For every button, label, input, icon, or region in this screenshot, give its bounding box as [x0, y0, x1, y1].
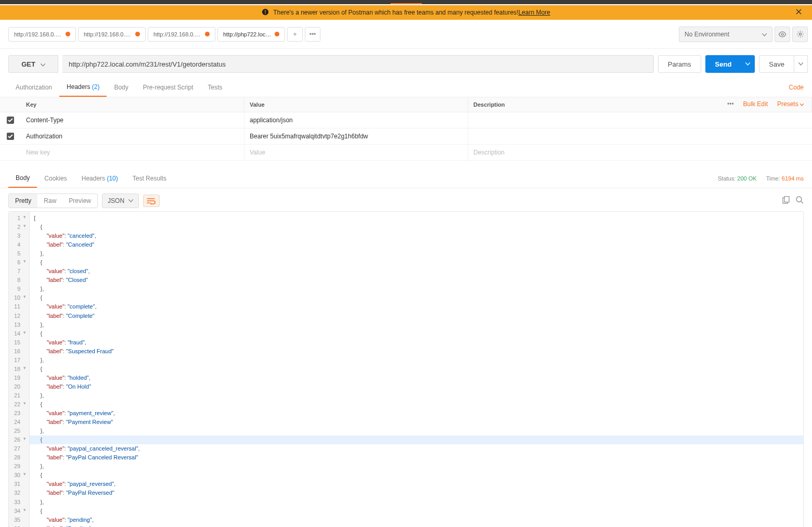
tab-label: http://php722.local.co [223, 31, 272, 37]
svg-rect-1 [265, 10, 266, 12]
tab-headers[interactable]: Headers (2) [59, 78, 107, 97]
send-dropdown[interactable] [741, 55, 755, 73]
code-link[interactable]: Code [789, 84, 804, 91]
env-preview-icon[interactable] [775, 27, 790, 42]
banner-link[interactable]: Learn More [518, 9, 550, 16]
request-tab[interactable]: http://192.168.0.52/ [148, 27, 215, 42]
row-checkbox[interactable] [7, 117, 14, 124]
kv-value-placeholder[interactable]: Value [244, 145, 468, 160]
kv-desc-cell[interactable] [468, 128, 812, 144]
presets-link[interactable]: Presets [777, 100, 804, 108]
request-tab[interactable]: http://192.168.0.52/de [8, 27, 76, 42]
tab-label: http://192.168.0.52/ [153, 31, 202, 37]
viewer-toolbar: Pretty Raw Preview JSON [0, 188, 812, 211]
chevron-down-icon [41, 60, 45, 68]
search-icon[interactable] [796, 196, 804, 205]
resp-tab-tests[interactable]: Test Results [125, 170, 174, 187]
tab-label: http://192.168.0.52/de [84, 31, 132, 37]
svg-point-4 [799, 33, 801, 35]
kv-row: AuthorizationBearer 5uix5mafrqwalqitdtvt… [0, 128, 812, 145]
kv-more-icon[interactable]: ••• [727, 100, 734, 108]
svg-rect-2 [265, 13, 266, 14]
params-button[interactable]: Params [658, 55, 701, 73]
settings-icon[interactable] [792, 27, 808, 42]
kv-row-new[interactable]: New key Value Description [0, 145, 812, 161]
kv-header-value: Value [244, 97, 468, 112]
warning-icon [262, 8, 273, 17]
request-tab[interactable]: http://php722.local.co [217, 27, 285, 42]
banner-text: There's a newer version of Postman which… [273, 9, 518, 16]
response-tabs: Body Cookies Headers (10) Test Results S… [0, 169, 812, 188]
titlebar-highlight [391, 3, 422, 4]
resp-tab-headers[interactable]: Headers (10) [74, 170, 125, 187]
save-button[interactable]: Save [759, 55, 794, 73]
kv-header-row: Key Value Description [0, 97, 812, 112]
method-label: GET [21, 60, 35, 68]
dirty-indicator-icon [66, 32, 70, 36]
tab-prerequest[interactable]: Pre-request Script [136, 79, 201, 96]
kv-value-cell[interactable]: Bearer 5uix5mafrqwalqitdtvtp7e2g1h6bfdw [244, 128, 468, 144]
response-body[interactable]: 1▾2▾3456▾78910▾11121314▾15161718▾1920212… [8, 211, 804, 527]
kv-row: Content-Typeapplication/json [0, 112, 812, 128]
svg-rect-6 [784, 197, 789, 202]
wrap-toggle-icon[interactable] [143, 195, 160, 207]
kv-desc-placeholder[interactable]: Description [468, 145, 812, 160]
request-sub-tabs: Authorization Headers (2) Body Pre-reque… [0, 78, 812, 97]
send-button[interactable]: Send [705, 55, 742, 73]
tab-overflow-button[interactable]: ••• [305, 27, 320, 42]
request-tabs: http://192.168.0.52/dehttp://192.168.0.5… [8, 27, 320, 42]
request-tab[interactable]: http://192.168.0.52/de [78, 27, 146, 42]
row-checkbox[interactable] [7, 133, 14, 140]
request-row: GET http://php722.local.com/m231/rest/V1… [0, 49, 812, 78]
method-select[interactable]: GET [8, 55, 58, 73]
url-text: http://php722.local.com/m231/rest/V1/get… [69, 60, 226, 68]
url-input[interactable]: http://php722.local.com/m231/rest/V1/get… [62, 55, 654, 73]
bulk-edit-link[interactable]: Bulk Edit [743, 100, 768, 108]
mode-preview[interactable]: Preview [62, 194, 97, 208]
response-meta: Status: 200 OK Time: 6194 ms [718, 175, 804, 182]
close-icon[interactable] [796, 9, 806, 16]
kv-key-cell[interactable]: Content-Type [21, 112, 244, 128]
tab-body[interactable]: Body [107, 79, 135, 96]
resp-tab-body[interactable]: Body [8, 169, 37, 188]
svg-point-3 [781, 33, 783, 35]
status-value: 200 OK [737, 175, 756, 182]
time-value: 6194 ms [782, 175, 804, 182]
update-banner: There's a newer version of Postman which… [0, 5, 812, 20]
kv-key-placeholder[interactable]: New key [21, 145, 244, 160]
lang-select[interactable]: JSON [102, 194, 139, 208]
kv-key-cell[interactable]: Authorization [21, 128, 244, 144]
tab-authorization[interactable]: Authorization [8, 79, 59, 96]
kv-value-cell[interactable]: application/json [244, 112, 468, 128]
view-mode-segmented: Pretty Raw Preview [8, 194, 98, 208]
chevron-down-icon [762, 31, 767, 38]
copy-icon[interactable] [782, 196, 790, 205]
dirty-indicator-icon [205, 32, 210, 36]
kv-header-key: Key [21, 97, 244, 112]
tab-tests[interactable]: Tests [200, 79, 229, 96]
svg-point-7 [796, 197, 802, 202]
kv-desc-cell[interactable] [468, 112, 812, 128]
environment-label: No Environment [685, 31, 729, 38]
builder-header: http://192.168.0.52/dehttp://192.168.0.5… [0, 20, 812, 49]
environment-select[interactable]: No Environment [679, 27, 772, 42]
dirty-indicator-icon [275, 32, 279, 36]
save-dropdown[interactable] [794, 55, 808, 73]
dirty-indicator-icon [135, 32, 140, 36]
mode-raw[interactable]: Raw [37, 194, 62, 208]
tab-label: http://192.168.0.52/de [14, 31, 62, 37]
resp-tab-cookies[interactable]: Cookies [37, 170, 74, 187]
mode-pretty[interactable]: Pretty [9, 194, 37, 208]
add-tab-button[interactable]: + [287, 27, 303, 42]
